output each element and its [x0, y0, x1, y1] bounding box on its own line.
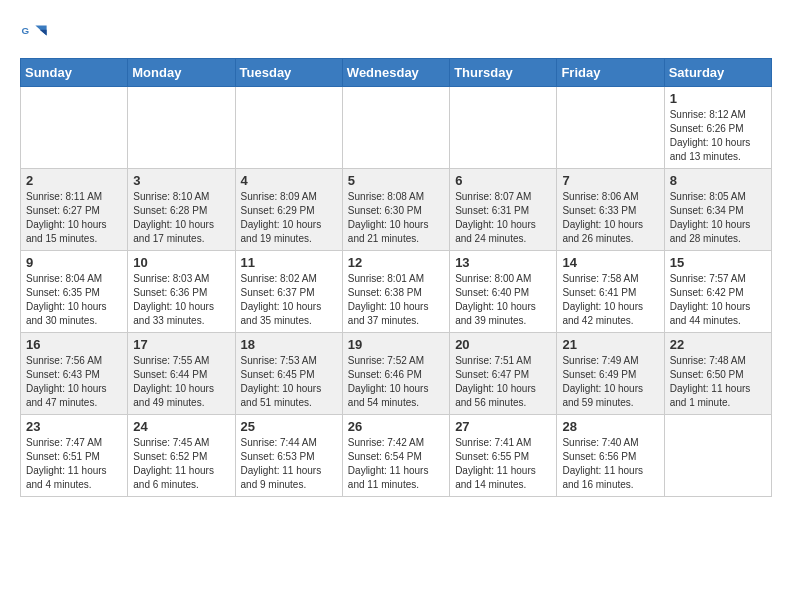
day-info: Sunrise: 7:44 AM Sunset: 6:53 PM Dayligh… [241, 436, 337, 492]
day-info: Sunrise: 8:10 AM Sunset: 6:28 PM Dayligh… [133, 190, 229, 246]
day-number: 13 [455, 255, 551, 270]
day-cell: 4Sunrise: 8:09 AM Sunset: 6:29 PM Daylig… [235, 169, 342, 251]
day-info: Sunrise: 8:03 AM Sunset: 6:36 PM Dayligh… [133, 272, 229, 328]
day-cell: 8Sunrise: 8:05 AM Sunset: 6:34 PM Daylig… [664, 169, 771, 251]
day-info: Sunrise: 8:08 AM Sunset: 6:30 PM Dayligh… [348, 190, 444, 246]
day-cell: 10Sunrise: 8:03 AM Sunset: 6:36 PM Dayli… [128, 251, 235, 333]
day-number: 28 [562, 419, 658, 434]
day-cell: 11Sunrise: 8:02 AM Sunset: 6:37 PM Dayli… [235, 251, 342, 333]
day-cell: 19Sunrise: 7:52 AM Sunset: 6:46 PM Dayli… [342, 333, 449, 415]
week-row-1: 1Sunrise: 8:12 AM Sunset: 6:26 PM Daylig… [21, 87, 772, 169]
day-number: 9 [26, 255, 122, 270]
day-number: 1 [670, 91, 766, 106]
week-row-2: 2Sunrise: 8:11 AM Sunset: 6:27 PM Daylig… [21, 169, 772, 251]
day-info: Sunrise: 7:48 AM Sunset: 6:50 PM Dayligh… [670, 354, 766, 410]
day-number: 6 [455, 173, 551, 188]
day-info: Sunrise: 7:49 AM Sunset: 6:49 PM Dayligh… [562, 354, 658, 410]
day-cell: 28Sunrise: 7:40 AM Sunset: 6:56 PM Dayli… [557, 415, 664, 497]
day-info: Sunrise: 8:04 AM Sunset: 6:35 PM Dayligh… [26, 272, 122, 328]
weekday-header-tuesday: Tuesday [235, 59, 342, 87]
day-cell: 12Sunrise: 8:01 AM Sunset: 6:38 PM Dayli… [342, 251, 449, 333]
day-cell: 25Sunrise: 7:44 AM Sunset: 6:53 PM Dayli… [235, 415, 342, 497]
day-cell [128, 87, 235, 169]
day-info: Sunrise: 7:58 AM Sunset: 6:41 PM Dayligh… [562, 272, 658, 328]
day-number: 17 [133, 337, 229, 352]
day-cell: 15Sunrise: 7:57 AM Sunset: 6:42 PM Dayli… [664, 251, 771, 333]
day-number: 7 [562, 173, 658, 188]
week-row-4: 16Sunrise: 7:56 AM Sunset: 6:43 PM Dayli… [21, 333, 772, 415]
svg-text:G: G [21, 25, 29, 36]
day-number: 19 [348, 337, 444, 352]
day-info: Sunrise: 8:00 AM Sunset: 6:40 PM Dayligh… [455, 272, 551, 328]
day-number: 4 [241, 173, 337, 188]
day-info: Sunrise: 8:09 AM Sunset: 6:29 PM Dayligh… [241, 190, 337, 246]
week-row-3: 9Sunrise: 8:04 AM Sunset: 6:35 PM Daylig… [21, 251, 772, 333]
day-cell: 7Sunrise: 8:06 AM Sunset: 6:33 PM Daylig… [557, 169, 664, 251]
day-info: Sunrise: 7:42 AM Sunset: 6:54 PM Dayligh… [348, 436, 444, 492]
day-number: 8 [670, 173, 766, 188]
day-cell: 21Sunrise: 7:49 AM Sunset: 6:49 PM Dayli… [557, 333, 664, 415]
day-number: 26 [348, 419, 444, 434]
day-cell: 2Sunrise: 8:11 AM Sunset: 6:27 PM Daylig… [21, 169, 128, 251]
day-info: Sunrise: 7:55 AM Sunset: 6:44 PM Dayligh… [133, 354, 229, 410]
calendar-table: SundayMondayTuesdayWednesdayThursdayFrid… [20, 58, 772, 497]
logo-icon: G [20, 20, 48, 48]
day-info: Sunrise: 7:51 AM Sunset: 6:47 PM Dayligh… [455, 354, 551, 410]
day-info: Sunrise: 7:45 AM Sunset: 6:52 PM Dayligh… [133, 436, 229, 492]
day-cell [342, 87, 449, 169]
weekday-header-monday: Monday [128, 59, 235, 87]
day-cell: 6Sunrise: 8:07 AM Sunset: 6:31 PM Daylig… [450, 169, 557, 251]
day-number: 24 [133, 419, 229, 434]
day-number: 18 [241, 337, 337, 352]
day-number: 12 [348, 255, 444, 270]
day-cell: 27Sunrise: 7:41 AM Sunset: 6:55 PM Dayli… [450, 415, 557, 497]
day-info: Sunrise: 8:12 AM Sunset: 6:26 PM Dayligh… [670, 108, 766, 164]
day-cell: 17Sunrise: 7:55 AM Sunset: 6:44 PM Dayli… [128, 333, 235, 415]
day-cell: 22Sunrise: 7:48 AM Sunset: 6:50 PM Dayli… [664, 333, 771, 415]
weekday-header-saturday: Saturday [664, 59, 771, 87]
day-number: 10 [133, 255, 229, 270]
day-number: 16 [26, 337, 122, 352]
day-info: Sunrise: 7:53 AM Sunset: 6:45 PM Dayligh… [241, 354, 337, 410]
day-info: Sunrise: 8:11 AM Sunset: 6:27 PM Dayligh… [26, 190, 122, 246]
day-number: 27 [455, 419, 551, 434]
weekday-header-wednesday: Wednesday [342, 59, 449, 87]
header: G [20, 20, 772, 48]
day-cell: 9Sunrise: 8:04 AM Sunset: 6:35 PM Daylig… [21, 251, 128, 333]
weekday-header-sunday: Sunday [21, 59, 128, 87]
day-number: 22 [670, 337, 766, 352]
week-row-5: 23Sunrise: 7:47 AM Sunset: 6:51 PM Dayli… [21, 415, 772, 497]
day-info: Sunrise: 8:07 AM Sunset: 6:31 PM Dayligh… [455, 190, 551, 246]
day-info: Sunrise: 8:05 AM Sunset: 6:34 PM Dayligh… [670, 190, 766, 246]
day-info: Sunrise: 7:41 AM Sunset: 6:55 PM Dayligh… [455, 436, 551, 492]
day-number: 25 [241, 419, 337, 434]
day-info: Sunrise: 7:56 AM Sunset: 6:43 PM Dayligh… [26, 354, 122, 410]
day-info: Sunrise: 8:01 AM Sunset: 6:38 PM Dayligh… [348, 272, 444, 328]
logo: G [20, 20, 52, 48]
day-cell [235, 87, 342, 169]
day-number: 15 [670, 255, 766, 270]
day-cell: 13Sunrise: 8:00 AM Sunset: 6:40 PM Dayli… [450, 251, 557, 333]
day-number: 3 [133, 173, 229, 188]
day-number: 23 [26, 419, 122, 434]
day-info: Sunrise: 8:06 AM Sunset: 6:33 PM Dayligh… [562, 190, 658, 246]
day-info: Sunrise: 7:47 AM Sunset: 6:51 PM Dayligh… [26, 436, 122, 492]
day-cell: 16Sunrise: 7:56 AM Sunset: 6:43 PM Dayli… [21, 333, 128, 415]
day-cell: 24Sunrise: 7:45 AM Sunset: 6:52 PM Dayli… [128, 415, 235, 497]
day-cell: 23Sunrise: 7:47 AM Sunset: 6:51 PM Dayli… [21, 415, 128, 497]
day-info: Sunrise: 8:02 AM Sunset: 6:37 PM Dayligh… [241, 272, 337, 328]
day-info: Sunrise: 7:40 AM Sunset: 6:56 PM Dayligh… [562, 436, 658, 492]
day-number: 14 [562, 255, 658, 270]
day-cell [21, 87, 128, 169]
day-info: Sunrise: 7:52 AM Sunset: 6:46 PM Dayligh… [348, 354, 444, 410]
day-cell [450, 87, 557, 169]
day-cell: 14Sunrise: 7:58 AM Sunset: 6:41 PM Dayli… [557, 251, 664, 333]
day-number: 21 [562, 337, 658, 352]
day-cell: 5Sunrise: 8:08 AM Sunset: 6:30 PM Daylig… [342, 169, 449, 251]
weekday-header-row: SundayMondayTuesdayWednesdayThursdayFrid… [21, 59, 772, 87]
weekday-header-friday: Friday [557, 59, 664, 87]
day-number: 20 [455, 337, 551, 352]
day-cell: 3Sunrise: 8:10 AM Sunset: 6:28 PM Daylig… [128, 169, 235, 251]
day-cell: 20Sunrise: 7:51 AM Sunset: 6:47 PM Dayli… [450, 333, 557, 415]
day-cell [557, 87, 664, 169]
